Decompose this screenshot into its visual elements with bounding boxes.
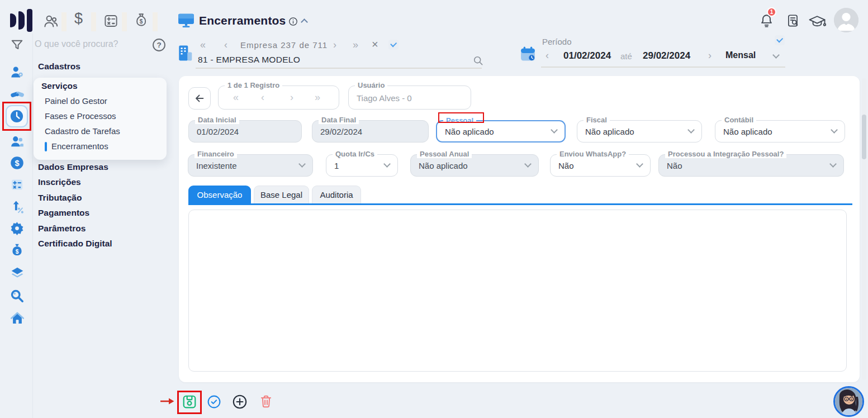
topbar-divider (91, 12, 96, 31)
user-field[interactable]: Usuário Tiago Alves - 0 (348, 86, 471, 110)
notification-badge: 1 (767, 7, 776, 17)
sidebar-item-tributacao[interactable]: Tributação (38, 193, 82, 203)
field-value: Não aplicado (445, 127, 494, 136)
tab-observacao[interactable]: Observação (188, 186, 251, 203)
sidebar-item-parametros[interactable]: Parâmetros (38, 224, 86, 234)
tabs-underline (188, 203, 852, 205)
sidebar-item-inscricoes[interactable]: Inscrições (38, 177, 81, 187)
sidebar-item-dados-empresas[interactable]: Dados Empresas (38, 162, 108, 172)
confirm-button[interactable] (207, 395, 221, 411)
annotation-arrow (160, 397, 175, 407)
home-icon[interactable] (10, 311, 25, 328)
tab-auditoria[interactable]: Auditoria (312, 186, 361, 203)
field-financeiro[interactable]: Financeiro Inexistente (188, 154, 313, 177)
collapse-title-icon[interactable] (301, 18, 308, 26)
save-button[interactable] (182, 394, 197, 412)
period-end-date[interactable]: 29/02/2024 (643, 50, 690, 61)
moneybag-blue-icon[interactable]: $ (10, 243, 25, 260)
field-data-final[interactable]: Data Final 29/02/2024 (312, 120, 429, 142)
period-mode-select[interactable]: Mensal (725, 50, 756, 60)
period-next-button[interactable]: › (708, 50, 712, 60)
document-search-icon[interactable] (786, 13, 800, 31)
period-checkbox[interactable] (775, 35, 785, 45)
graduation-cap-icon[interactable] (808, 15, 826, 31)
company-checkbox[interactable] (388, 40, 399, 50)
field-quota-ir-cs[interactable]: Quota Ir/Cs 1 (326, 154, 398, 177)
handshake-icon[interactable] (10, 87, 25, 104)
sidebar-item-encerramentos[interactable]: Encerramentos (51, 141, 108, 151)
field-fiscal[interactable]: Fiscal Não aplicado (577, 120, 702, 142)
moneybag-icon[interactable]: $ (133, 12, 149, 31)
info-icon[interactable] (288, 17, 298, 28)
period-prev-button[interactable]: ‹ (546, 50, 549, 60)
period-start-date[interactable]: 01/02/2024 (563, 50, 611, 61)
sidebar-item-fases-e-processos[interactable]: Fases e Processos (45, 111, 116, 121)
help-icon[interactable]: ? (151, 37, 167, 55)
period-label: Período (542, 37, 572, 46)
field-label: Fiscal (584, 116, 610, 124)
percent-up-icon[interactable] (10, 199, 25, 216)
observation-textarea[interactable] (188, 210, 847, 372)
record-next-button[interactable]: › (290, 92, 293, 102)
record-first-button[interactable]: « (233, 92, 239, 102)
logo[interactable] (10, 9, 35, 31)
delete-button[interactable] (259, 394, 273, 411)
field-label: Pessoal (443, 116, 476, 125)
scrollbar-thumb[interactable] (862, 115, 866, 159)
dollar-circle-icon[interactable]: $ (10, 155, 25, 173)
company-next-button[interactable]: › (333, 40, 336, 50)
calculator-blue-icon[interactable] (10, 177, 25, 194)
monitor-icon (178, 12, 195, 30)
add-button[interactable] (232, 394, 248, 412)
sidebar-item-pagamentos[interactable]: Pagamentos (38, 208, 89, 218)
company-search-icon[interactable] (472, 55, 484, 69)
chevron-down-icon[interactable] (772, 51, 780, 59)
sidebar-group-servicos[interactable]: Serviços (41, 81, 78, 91)
company-first-button[interactable]: « (200, 40, 206, 50)
record-navigator-legend: 1 de 1 Registro (225, 81, 282, 89)
period-underline (541, 66, 785, 68)
field-contabil[interactable]: Contábil Não aplicado (715, 120, 845, 142)
field-data-inicial[interactable]: Data Inicial 01/02/2024 (188, 120, 302, 142)
back-button[interactable] (188, 87, 211, 110)
company-last-button[interactable]: » (353, 40, 358, 50)
user-avatar[interactable] (834, 8, 858, 32)
company-clear-button[interactable]: × (372, 39, 378, 49)
logo-bar (10, 13, 16, 27)
sidebar-item-cadastro-de-tarefas[interactable]: Cadastro de Tarefas (45, 126, 120, 136)
topbar-divider (153, 12, 158, 31)
search-blue-icon[interactable] (10, 288, 25, 306)
people-icon[interactable] (10, 134, 25, 151)
sidebar-item-cadastros[interactable]: Cadastros (38, 61, 80, 72)
company-prev-button[interactable]: ‹ (224, 40, 227, 50)
services-clock-icon[interactable] (6, 105, 28, 127)
field-value: Não aplicado (419, 161, 468, 170)
tab-base-legal[interactable]: Base Legal (254, 186, 309, 203)
assistant-avatar[interactable] (833, 386, 864, 417)
period-separator: até (620, 51, 632, 61)
svg-text:$: $ (140, 18, 143, 25)
field-value: 1 (334, 161, 339, 170)
sidebar-item-certificado-digital[interactable]: Certificado Digital (38, 239, 112, 249)
field-pessoal-anual[interactable]: Pessoal Anual Não aplicado (410, 154, 539, 177)
topbar-divider (61, 12, 67, 31)
record-last-button[interactable]: » (315, 92, 320, 102)
sidebar-item-painel-do-gestor[interactable]: Painel do Gestor (45, 96, 107, 106)
search-input[interactable] (35, 39, 146, 49)
clients-icon[interactable] (42, 13, 59, 32)
field-value: 01/02/2024 (197, 127, 239, 136)
layers-icon[interactable] (10, 266, 25, 283)
user-settings-icon[interactable] (10, 65, 25, 82)
record-prev-button[interactable]: ‹ (261, 92, 264, 102)
field-value: Não aplicado (585, 127, 634, 136)
field-value: Inexistente (196, 161, 237, 170)
field-enviou-whatsapp[interactable]: Enviou WhatsApp? Não (550, 154, 651, 177)
field-pessoal[interactable]: Pessoal Não aplicado (436, 120, 566, 142)
calculator-icon[interactable] (103, 13, 118, 31)
company-name[interactable]: 81 - EMPRESA MODELO (198, 55, 300, 65)
chevron-down-icon (687, 126, 695, 134)
field-processou-integracao-pessoal[interactable]: Processou a Integração Pessoal? Não (658, 154, 844, 177)
svg-text:$: $ (15, 159, 19, 168)
gear-icon[interactable] (10, 221, 25, 238)
finance-icon[interactable]: $ (74, 10, 83, 27)
